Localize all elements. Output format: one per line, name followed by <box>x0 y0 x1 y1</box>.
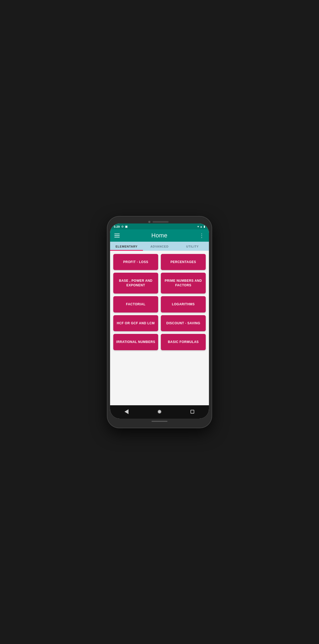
factorial-button[interactable]: FACTORIAL <box>113 296 158 313</box>
profit-loss-button[interactable]: PROFIT - LOSS <box>113 254 158 270</box>
hcf-gcf-lcm-button[interactable]: HCF OR GCF AND LCM <box>113 315 158 331</box>
percentages-button[interactable]: PERCENTAGES <box>161 254 206 270</box>
home-button[interactable] <box>156 408 163 415</box>
irrational-numbers-button[interactable]: IRRATIONAL NUMBERS <box>113 334 158 350</box>
signal-icon: ▲ <box>200 225 203 228</box>
home-indicator <box>151 421 168 422</box>
tab-utility[interactable]: UTILITY <box>176 242 209 251</box>
phone-frame: 5:29 ⊙ ▣ ▾ ▲ ▮ Home ⋮ ELEMENTARY ADVANCE… <box>107 217 212 428</box>
app-bar-title: Home <box>151 232 168 239</box>
app-bar: Home ⋮ <box>110 229 209 242</box>
status-time: 5:29 <box>114 225 120 228</box>
discount-saving-button[interactable]: DISCOUNT - SAVING <box>161 315 206 331</box>
phone-top-notch <box>110 219 209 223</box>
recents-icon <box>190 410 194 414</box>
status-left: 5:29 ⊙ ▣ <box>114 225 127 228</box>
phone-screen: 5:29 ⊙ ▣ ▾ ▲ ▮ Home ⋮ ELEMENTARY ADVANCE… <box>110 223 209 419</box>
phone-bottom-bar <box>110 419 209 425</box>
wifi-icon: ▾ <box>197 225 199 228</box>
hamburger-menu-button[interactable] <box>114 234 120 237</box>
home-icon <box>158 410 161 414</box>
recents-button[interactable] <box>189 408 196 415</box>
back-button[interactable] <box>123 408 130 415</box>
tab-elementary[interactable]: ELEMENTARY <box>110 242 143 251</box>
speaker-grille <box>153 221 169 223</box>
bottom-nav <box>110 405 209 419</box>
clipboard-icon: ▣ <box>125 225 127 228</box>
battery-icon: ▮ <box>204 225 205 228</box>
base-power-exponent-button[interactable]: BASE , POWER AND EXPONENT <box>113 273 158 294</box>
status-bar: 5:29 ⊙ ▣ ▾ ▲ ▮ <box>110 223 209 229</box>
back-icon <box>125 409 129 414</box>
more-options-button[interactable]: ⋮ <box>199 232 205 239</box>
tab-bar: ELEMENTARY ADVANCED UTILITY <box>110 242 209 251</box>
tab-advanced[interactable]: ADVANCED <box>143 242 176 251</box>
prime-numbers-factors-button[interactable]: PRIME NUMBERS AND FACTORS <box>161 273 206 294</box>
content-grid: PROFIT - LOSS PERCENTAGES BASE , POWER A… <box>110 251 209 405</box>
clock-icon: ⊙ <box>121 225 123 228</box>
logarithms-button[interactable]: LOGARITHMS <box>161 296 206 313</box>
status-right: ▾ ▲ ▮ <box>197 225 205 228</box>
camera-dot <box>148 221 150 223</box>
basic-formulas-button[interactable]: BASIC FORMULAS <box>161 334 206 350</box>
